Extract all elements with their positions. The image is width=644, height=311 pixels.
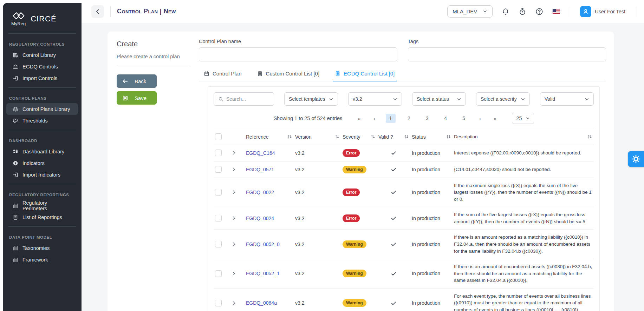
valid-check-icon <box>391 215 397 221</box>
page-size-select[interactable]: 25 <box>512 113 534 124</box>
user-menu-button[interactable]: User For Test <box>580 6 625 17</box>
reference-link[interactable]: EGDQ_0024 <box>246 216 274 221</box>
sidebar-item-egdq-controls[interactable]: EGDQ Controls <box>6 61 78 72</box>
version-select-value: v3.2 <box>353 96 362 102</box>
page-number-2[interactable]: 2 <box>404 114 414 123</box>
column-header-valid[interactable]: Valid ? <box>378 134 393 140</box>
save-icon <box>122 95 128 101</box>
expand-row-icon[interactable] <box>231 271 236 276</box>
tags-input[interactable] <box>408 47 606 61</box>
sidebar-item-list-of-reportings[interactable]: List of Reportings <box>6 211 78 223</box>
chevron-left-icon <box>95 8 101 15</box>
prev-page-button[interactable]: ‹ <box>371 114 377 123</box>
page-number-1[interactable]: 1 <box>386 114 396 123</box>
version-cell: v3.2 <box>294 163 341 177</box>
reference-link[interactable]: EGDQ_0571 <box>246 167 274 172</box>
environment-select[interactable]: MLA_DEV <box>447 5 493 18</box>
pagination-summary: Showing 1 to 25 of 524 entries <box>273 115 342 121</box>
row-checkbox[interactable] <box>215 166 222 173</box>
column-header-description[interactable]: Description <box>454 133 478 140</box>
column-header-severity[interactable]: Severity <box>343 134 360 140</box>
user-icon <box>583 8 589 15</box>
tab-custom-control-list[interactable]: Custom Control List [0] <box>257 71 320 81</box>
status-select[interactable]: Select a status <box>412 92 466 106</box>
sidebar-item-import-indicators[interactable]: Import Indicators <box>6 169 78 180</box>
help-icon[interactable] <box>535 8 543 15</box>
reference-link[interactable]: EGDQ_0084a <box>246 300 277 306</box>
reference-link[interactable]: EGDQ_0052_1 <box>246 271 280 276</box>
column-header-version[interactable]: Version <box>295 134 312 140</box>
last-page-button[interactable]: » <box>492 114 499 123</box>
expand-row-icon[interactable] <box>231 300 236 306</box>
bank-icon <box>13 64 18 70</box>
sidebar-item-framework[interactable]: Framework <box>6 254 78 265</box>
sidebar-divider <box>8 87 76 88</box>
row-checkbox[interactable] <box>215 189 222 196</box>
version-cell: v3.2 <box>294 296 341 310</box>
row-checkbox[interactable] <box>215 270 222 277</box>
controls-table: Reference Version Severity Valid ? Statu… <box>214 129 594 311</box>
page-number-5[interactable]: 5 <box>459 114 469 123</box>
sidebar-item-regulatory-perimeters[interactable]: Regulatory Perimeters <box>6 200 78 211</box>
sidebar-item-taxonomies[interactable]: Taxonomies <box>6 242 78 254</box>
status-cell: In production <box>410 211 453 225</box>
sort-icon[interactable] <box>287 134 292 139</box>
bell-icon[interactable] <box>502 8 509 15</box>
sidebar-item-import-controls[interactable]: Import Controls <box>6 72 78 84</box>
back-nav-button[interactable] <box>91 5 104 18</box>
description-cell: If there is an amount reported as a matc… <box>453 230 594 259</box>
expand-row-icon[interactable] <box>231 167 236 172</box>
sidebar-item-control-library[interactable]: Control Library <box>6 49 78 61</box>
user-name: User For Test <box>595 9 625 14</box>
severity-select[interactable]: Select a severity <box>476 92 530 106</box>
row-checkbox[interactable] <box>215 150 222 156</box>
valid-select[interactable]: Valid <box>540 92 594 106</box>
page-number-3[interactable]: 3 <box>422 114 432 123</box>
reference-link[interactable]: EGDQ_0052_0 <box>246 241 280 247</box>
tab-control-plan[interactable]: Control Plan <box>204 71 242 81</box>
row-checkbox[interactable] <box>215 215 222 221</box>
column-header-status[interactable]: Status <box>412 134 426 140</box>
settings-gear-button[interactable] <box>628 151 644 167</box>
templates-select[interactable]: Select templates <box>284 92 338 106</box>
us-flag-icon[interactable] <box>552 9 560 14</box>
search-input[interactable] <box>226 96 269 102</box>
app-root: MyReg CIRCÉ REGULATORY CONTROLS Control … <box>0 0 644 311</box>
sort-icon[interactable] <box>404 134 409 139</box>
reference-link[interactable]: EGDQ_0022 <box>246 190 274 195</box>
sort-icon[interactable] <box>446 134 451 139</box>
tab-egdq-control-list[interactable]: EGDQ Control List [0] <box>335 71 395 81</box>
save-button[interactable]: Save <box>117 91 157 105</box>
expand-row-icon[interactable] <box>231 190 236 195</box>
version-select[interactable]: v3.2 <box>348 92 402 106</box>
sort-icon[interactable] <box>370 134 376 139</box>
row-checkbox[interactable] <box>215 300 222 306</box>
sidebar-item-dashboard-library[interactable]: Dashboard Library <box>6 146 78 157</box>
sort-icon[interactable] <box>334 134 340 139</box>
brand-name: MyReg <box>11 21 26 26</box>
section-title-dashboard: DASHBOARD <box>3 136 82 146</box>
sidebar-item-control-plans-library[interactable]: Control Plans Library <box>6 103 78 115</box>
next-page-button[interactable]: › <box>477 114 483 123</box>
row-checkbox[interactable] <box>215 241 222 247</box>
expand-row-icon[interactable] <box>231 241 236 247</box>
stopwatch-icon[interactable] <box>519 8 526 15</box>
first-page-button[interactable]: « <box>356 114 363 123</box>
section-title-regulatory-reportings: REGULATORY REPORTINGS <box>3 190 82 200</box>
back-button[interactable]: Back <box>117 74 157 88</box>
page-number-4[interactable]: 4 <box>441 114 450 123</box>
version-cell: v3.2 <box>294 266 341 280</box>
expand-row-icon[interactable] <box>231 216 236 221</box>
expand-row-icon[interactable] <box>231 150 236 156</box>
select-all-checkbox[interactable] <box>215 133 222 140</box>
sidebar-item-thresholds[interactable]: Thresholds <box>6 115 78 126</box>
severity-badge: Error <box>343 188 360 196</box>
sidebar-item-indicators[interactable]: Indicators <box>6 157 78 169</box>
sidebar-item-label: Control Plans Library <box>22 106 70 112</box>
column-header-reference[interactable]: Reference <box>246 134 269 140</box>
sort-icon[interactable] <box>587 134 592 139</box>
control-plan-name-input[interactable] <box>199 47 397 61</box>
reference-link[interactable]: EGDQ_C164 <box>246 150 275 156</box>
tab-label: EGDQ Control List [0] <box>344 71 395 77</box>
table-row: EGDQ_0571 v3.2 Warning In production {C1… <box>214 161 594 178</box>
